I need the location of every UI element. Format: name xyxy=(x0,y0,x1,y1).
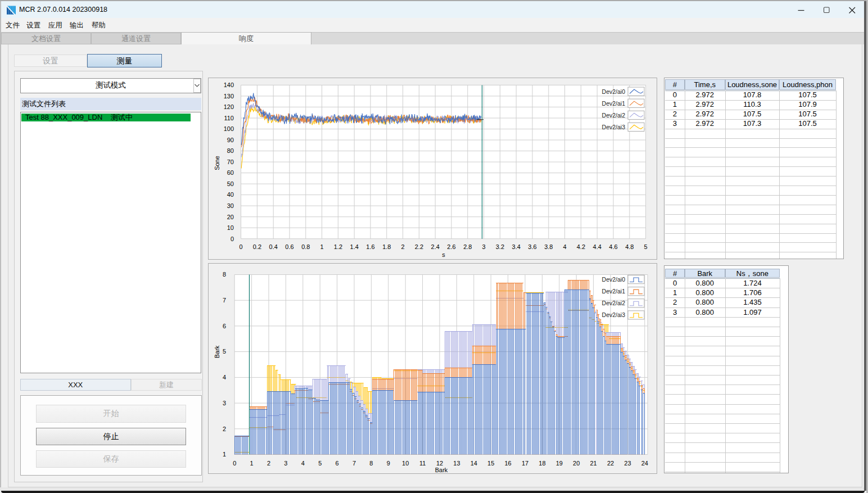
svg-text:1.4: 1.4 xyxy=(350,243,359,250)
svg-text:0.4: 0.4 xyxy=(269,243,278,250)
svg-text:2.8: 2.8 xyxy=(463,243,472,250)
svg-text:3.8: 3.8 xyxy=(544,243,553,250)
svg-text:20: 20 xyxy=(573,460,580,467)
svg-text:10: 10 xyxy=(402,460,409,467)
svg-text:0.6: 0.6 xyxy=(285,243,293,250)
svg-text:140: 140 xyxy=(224,82,234,88)
svg-text:3.2: 3.2 xyxy=(496,243,504,250)
svg-text:3: 3 xyxy=(223,400,226,406)
svg-text:Dev2/ai2: Dev2/ai2 xyxy=(602,300,626,306)
svg-text:Bark: Bark xyxy=(214,345,220,358)
svg-text:40: 40 xyxy=(227,191,234,198)
svg-text:8: 8 xyxy=(223,271,226,278)
svg-text:7: 7 xyxy=(223,297,226,304)
svg-text:4.8: 4.8 xyxy=(625,243,634,250)
svg-text:110: 110 xyxy=(224,115,234,121)
svg-text:130: 130 xyxy=(224,93,234,99)
svg-text:1.8: 1.8 xyxy=(382,243,391,250)
svg-text:8: 8 xyxy=(369,460,373,467)
svg-text:3.6: 3.6 xyxy=(528,243,536,250)
svg-text:2.4: 2.4 xyxy=(431,243,440,250)
svg-text:Dev2/ai1: Dev2/ai1 xyxy=(602,100,626,107)
svg-text:21: 21 xyxy=(590,460,596,467)
svg-text:16: 16 xyxy=(504,460,511,467)
svg-text:5: 5 xyxy=(318,460,322,467)
svg-text:0: 0 xyxy=(230,236,234,242)
svg-text:80: 80 xyxy=(227,147,234,154)
svg-text:15: 15 xyxy=(487,460,494,467)
svg-text:100: 100 xyxy=(224,125,234,132)
svg-text:4: 4 xyxy=(301,460,305,467)
svg-text:120: 120 xyxy=(224,103,234,110)
svg-text:2: 2 xyxy=(401,243,405,250)
svg-text:20: 20 xyxy=(227,214,234,220)
svg-text:19: 19 xyxy=(556,460,563,467)
svg-text:4.4: 4.4 xyxy=(593,243,602,250)
svg-text:7: 7 xyxy=(352,460,356,467)
svg-text:4: 4 xyxy=(223,374,226,381)
svg-text:90: 90 xyxy=(227,137,234,143)
svg-text:2.2: 2.2 xyxy=(415,243,423,250)
svg-text:30: 30 xyxy=(227,202,234,209)
svg-text:Sone: Sone xyxy=(214,156,220,170)
svg-text:6: 6 xyxy=(336,460,339,467)
svg-text:Dev2/ai2: Dev2/ai2 xyxy=(602,112,626,119)
svg-text:4.2: 4.2 xyxy=(577,243,585,250)
svg-text:3: 3 xyxy=(482,243,486,250)
svg-text:5: 5 xyxy=(644,243,648,250)
svg-text:14: 14 xyxy=(471,460,477,467)
svg-text:1: 1 xyxy=(320,243,324,250)
svg-text:6: 6 xyxy=(223,323,226,329)
svg-text:2: 2 xyxy=(267,460,270,467)
svg-text:18: 18 xyxy=(539,460,545,467)
svg-text:s: s xyxy=(442,251,445,258)
svg-text:0.8: 0.8 xyxy=(301,243,310,250)
svg-text:23: 23 xyxy=(624,460,631,467)
svg-text:13: 13 xyxy=(453,460,460,467)
svg-text:60: 60 xyxy=(227,169,234,176)
svg-text:9: 9 xyxy=(387,460,390,467)
svg-text:11: 11 xyxy=(419,460,426,467)
svg-text:1.6: 1.6 xyxy=(366,243,374,250)
svg-text:10: 10 xyxy=(227,224,234,231)
svg-text:4: 4 xyxy=(563,243,567,250)
svg-text:4.6: 4.6 xyxy=(609,243,617,250)
svg-text:0: 0 xyxy=(233,460,236,467)
svg-text:0: 0 xyxy=(239,243,243,250)
svg-text:Dev2/ai1: Dev2/ai1 xyxy=(602,288,626,295)
svg-text:5: 5 xyxy=(223,348,226,355)
svg-text:50: 50 xyxy=(227,180,234,187)
svg-text:Dev2/ai0: Dev2/ai0 xyxy=(602,276,626,283)
svg-text:1: 1 xyxy=(223,451,226,458)
svg-text:Bark: Bark xyxy=(435,467,448,473)
svg-text:17: 17 xyxy=(522,460,528,467)
svg-text:70: 70 xyxy=(227,159,234,165)
svg-text:3.4: 3.4 xyxy=(512,243,521,250)
svg-text:Dev2/ai3: Dev2/ai3 xyxy=(602,124,626,130)
svg-text:24: 24 xyxy=(641,460,648,467)
svg-text:3: 3 xyxy=(284,460,287,467)
svg-text:2.6: 2.6 xyxy=(447,243,455,250)
svg-text:1.2: 1.2 xyxy=(334,243,342,250)
svg-text:22: 22 xyxy=(607,460,614,467)
svg-text:Dev2/ai3: Dev2/ai3 xyxy=(602,311,626,318)
svg-text:Dev2/ai0: Dev2/ai0 xyxy=(602,88,626,95)
svg-text:2: 2 xyxy=(223,426,226,432)
svg-text:1: 1 xyxy=(250,460,254,467)
svg-text:12: 12 xyxy=(436,460,443,467)
svg-text:0.2: 0.2 xyxy=(253,243,261,250)
